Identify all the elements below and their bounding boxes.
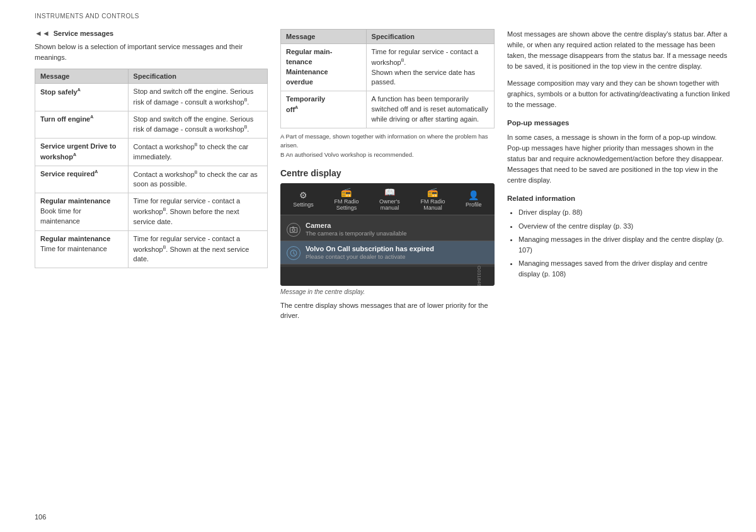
related-info-list: Driver display (p. 88)Overview of the ce… <box>507 207 731 279</box>
left-column: ◄◄ Service messages Shown below is a sel… <box>35 29 268 321</box>
mid-table-header-spec: Specification <box>366 30 494 44</box>
volvo-oncall-icon <box>289 249 298 258</box>
footnotes: A Part of message, shown together with i… <box>280 132 495 159</box>
page-header-title: INSTRUMENTS AND CONTROLS <box>35 13 731 20</box>
mid-table-row: TemporarilyoffAA function has been tempo… <box>281 91 495 128</box>
display-description: The centre display shows messages that a… <box>280 300 495 321</box>
related-info-item: Managing messages in the driver display … <box>518 234 731 255</box>
left-table-cell-spec: Time for regular service - contact a wor… <box>128 193 267 230</box>
volvo-oncall-message-title: Volvo On Call subscription has expired <box>306 245 488 252</box>
popup-messages-heading: Pop-up messages <box>507 118 731 128</box>
page: INSTRUMENTS AND CONTROLS ◄◄ Service mess… <box>0 0 756 532</box>
nav-item-fmradio-settings: 📻 FM RadioSettings <box>334 187 358 211</box>
left-table-header-message: Message <box>35 69 129 84</box>
right-column: Most messages are shown above the centre… <box>507 29 731 321</box>
left-table-cell-spec: Contact a workshopB to check the car as … <box>128 166 267 193</box>
left-table-row: Service urgent Drive to workshopAContact… <box>35 139 268 166</box>
left-table-row: Turn off engineAStop and switch off the … <box>35 111 268 139</box>
camera-message-sub: The camera is temporarily unavailable <box>306 230 488 237</box>
fmradio-settings-icon: 📻 <box>341 187 352 197</box>
mid-table-cell-spec: A function has been temporarily switched… <box>366 91 494 128</box>
camera-message-text: Camera The camera is temporarily unavail… <box>306 222 488 237</box>
related-info-item: Overview of the centre display (p. 33) <box>518 221 731 232</box>
display-nav: ⚙ Settings 📻 FM RadioSettings 📖 Owner'sm… <box>280 183 495 215</box>
nav-label-fmradio-manual: FM RadioManual <box>420 198 445 211</box>
related-info-item: Driver display (p. 88) <box>518 207 731 218</box>
left-table-cell-spec: Stop and switch off the engine. Serious … <box>128 111 267 139</box>
section-title-row: ◄◄ Service messages <box>35 29 268 38</box>
related-info-item: Managing messages saved from the driver … <box>518 258 731 279</box>
display-bottom-bar: G031849 <box>280 267 495 286</box>
middle-column: Message Specification Regular main-tenan… <box>280 29 495 321</box>
left-table-header-spec: Specification <box>128 69 267 84</box>
left-table-cell-message: Turn off engineA <box>35 111 129 139</box>
left-table-row: Regular maintenanceBook time for mainten… <box>35 193 268 230</box>
left-table-cell-spec: Time for regular service - contact a wor… <box>128 230 267 268</box>
left-table-cell-message: Service requiredA <box>35 166 129 193</box>
mid-table-cell-message: TemporarilyoffA <box>281 91 367 128</box>
left-table-row: Service requiredAContact a workshopB to … <box>35 166 268 193</box>
nav-label-owners-manual: Owner'smanual <box>379 198 400 211</box>
section-title: Service messages <box>54 30 113 37</box>
svg-rect-2 <box>292 227 294 227</box>
content-area: ◄◄ Service messages Shown below is a sel… <box>35 29 731 321</box>
svg-point-1 <box>292 229 295 231</box>
camera-icon-circle <box>287 223 301 237</box>
back-arrow-icon: ◄◄ <box>35 29 50 38</box>
left-table-row: Stop safelyAStop and switch off the engi… <box>35 84 268 111</box>
nav-label-fmradio-settings: FM RadioSettings <box>334 198 358 211</box>
camera-message-row: Camera The camera is temporarily unavail… <box>280 218 495 241</box>
left-table-cell-spec: Stop and switch off the engine. Serious … <box>128 84 267 111</box>
left-table-cell-message: Service urgent Drive to workshopA <box>35 139 129 166</box>
fmradio-manual-icon: 📻 <box>427 187 438 197</box>
mid-table-cell-message: Regular main-tenanceMaintenanceoverdue <box>281 44 367 91</box>
mid-table-cell-spec: Time for regular service - contact a wor… <box>366 44 494 91</box>
settings-icon: ⚙ <box>299 190 307 200</box>
right-para-1: Most messages are shown above the centre… <box>507 29 731 72</box>
mid-table-row: Regular main-tenanceMaintenanceoverdueTi… <box>281 44 495 91</box>
left-table: Message Specification Stop safelyAStop a… <box>35 69 268 268</box>
display-image-id: G031849 <box>476 266 482 286</box>
footnote-a: A Part of message, shown together with i… <box>280 132 495 150</box>
right-para-2: Message composition may vary and they ca… <box>507 78 731 110</box>
profile-icon: 👤 <box>468 190 479 200</box>
mid-table-header-message: Message <box>281 30 367 44</box>
nav-item-settings: ⚙ Settings <box>293 190 314 208</box>
display-caption: Message in the centre display. <box>280 288 495 295</box>
owners-manual-icon: 📖 <box>384 187 395 197</box>
volvo-oncall-message-sub: Please contact your dealer to activate <box>306 253 488 260</box>
volvo-oncall-message-text: Volvo On Call subscription has expired P… <box>306 245 488 260</box>
volvo-oncall-icon-circle <box>287 246 301 260</box>
left-table-cell-message: Regular maintenanceBook time for mainten… <box>35 193 129 230</box>
left-table-cell-spec: Contact a workshopB to check the car imm… <box>128 139 267 166</box>
left-table-cell-message: Stop safelyA <box>35 84 129 111</box>
popup-messages-text: In some cases, a message is shown in the… <box>507 132 731 186</box>
centre-display-title: Centre display <box>280 168 495 178</box>
left-table-row: Regular maintenanceTime for maintenanceT… <box>35 230 268 268</box>
section-description: Shown below is a selection of important … <box>35 42 268 62</box>
nav-item-fmradio-manual: 📻 FM RadioManual <box>420 187 445 211</box>
footnote-b: B An authorised Volvo workshop is recomm… <box>280 150 495 159</box>
car-display-mock: ⚙ Settings 📻 FM RadioSettings 📖 Owner'sm… <box>280 183 495 286</box>
svg-rect-0 <box>290 227 297 232</box>
nav-label-settings: Settings <box>293 201 314 208</box>
display-messages-area: Camera The camera is temporarily unavail… <box>280 215 495 267</box>
camera-message-title: Camera <box>306 222 488 229</box>
volvo-oncall-message-row: Volvo On Call subscription has expired P… <box>280 241 495 264</box>
left-table-cell-message: Regular maintenanceTime for maintenance <box>35 230 129 268</box>
nav-item-owners-manual: 📖 Owner'smanual <box>379 187 400 211</box>
camera-icon <box>289 225 298 234</box>
page-number: 106 <box>35 513 46 521</box>
mid-table: Message Specification Regular main-tenan… <box>280 29 495 128</box>
nav-label-profile: Profile <box>466 201 482 208</box>
related-info-heading: Related information <box>507 193 731 204</box>
nav-item-profile: 👤 Profile <box>466 190 482 208</box>
